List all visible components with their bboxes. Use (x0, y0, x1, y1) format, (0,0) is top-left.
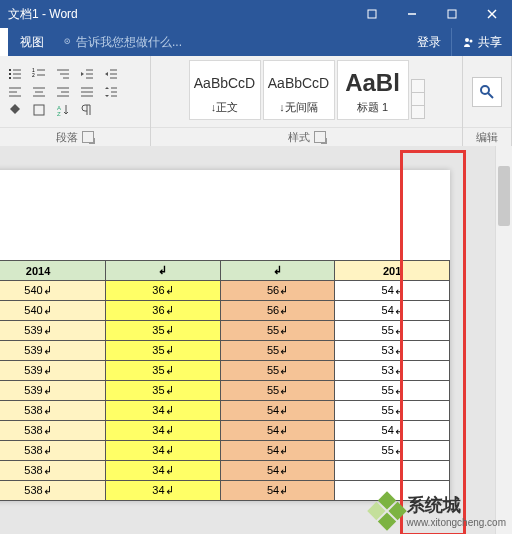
close-button[interactable] (472, 0, 512, 28)
table-cell[interactable]: 53↲ (335, 361, 450, 381)
table-cell[interactable]: 55↲ (335, 321, 450, 341)
table-cell[interactable]: 539↲ (0, 341, 106, 361)
table-cell[interactable]: 55↲ (335, 381, 450, 401)
table-row[interactable]: 540↲36↲56↲54↲ (0, 281, 450, 301)
document-area[interactable]: 2014↲↲201540↲36↲56↲54↲540↲36↲56↲54↲539↲3… (0, 146, 512, 534)
borders-icon[interactable] (30, 102, 48, 118)
svg-point-8 (470, 40, 473, 43)
table-cell[interactable]: 55↲ (335, 441, 450, 461)
table-row[interactable]: 539↲35↲55↲53↲ (0, 341, 450, 361)
styles-more-button[interactable] (411, 60, 425, 123)
table-row[interactable]: 538↲34↲54↲54↲ (0, 421, 450, 441)
dialog-launcher-icon[interactable] (82, 131, 94, 143)
table-cell[interactable]: 540↲ (0, 281, 106, 301)
table-cell[interactable]: 54↲ (335, 281, 450, 301)
table-cell[interactable]: 54↲ (220, 421, 335, 441)
table-cell[interactable]: 538↲ (0, 461, 106, 481)
minimize-button[interactable] (392, 0, 432, 28)
decrease-indent-icon[interactable] (78, 66, 96, 82)
table-cell[interactable]: 53↲ (335, 341, 450, 361)
table-cell[interactable]: 55↲ (220, 321, 335, 341)
table-cell[interactable]: 34↲ (106, 421, 221, 441)
justify-icon[interactable] (78, 84, 96, 100)
style-normal[interactable]: AaBbCcD↓正文 (189, 60, 261, 120)
table-cell[interactable]: 538↲ (0, 401, 106, 421)
table-header[interactable]: ↲ (106, 261, 221, 281)
table-cell[interactable]: 36↲ (106, 281, 221, 301)
align-center-icon[interactable] (30, 84, 48, 100)
sort-icon[interactable]: AZ (54, 102, 72, 118)
show-marks-icon[interactable] (78, 102, 96, 118)
table-header[interactable]: 2014 (0, 261, 106, 281)
increase-indent-icon[interactable] (102, 66, 120, 82)
table-cell[interactable]: 54↲ (220, 401, 335, 421)
table-row[interactable]: 538↲34↲54↲55↲ (0, 401, 450, 421)
dialog-launcher-icon[interactable] (314, 131, 326, 143)
ribbon-options-button[interactable] (352, 0, 392, 28)
svg-point-6 (66, 40, 68, 42)
table-cell[interactable]: 54↲ (220, 441, 335, 461)
table-cell[interactable]: 34↲ (106, 461, 221, 481)
tell-me[interactable]: 告诉我您想做什么... (56, 28, 190, 56)
signin-button[interactable]: 登录 (407, 28, 451, 56)
table-cell[interactable]: 34↲ (106, 481, 221, 501)
table-cell[interactable]: 34↲ (106, 441, 221, 461)
table-cell[interactable]: 54↲ (335, 421, 450, 441)
svg-line-47 (488, 93, 493, 98)
table-cell[interactable]: 539↲ (0, 321, 106, 341)
table-cell[interactable]: 539↲ (0, 381, 106, 401)
table-row[interactable]: 540↲36↲56↲54↲ (0, 301, 450, 321)
tab-view[interactable]: 视图 (8, 28, 56, 56)
table-cell[interactable]: 56↲ (220, 301, 335, 321)
table-cell[interactable]: 538↲ (0, 441, 106, 461)
shading-icon[interactable] (6, 102, 24, 118)
style-nospacing[interactable]: AaBbCcD↓无间隔 (263, 60, 335, 120)
table-cell[interactable]: 55↲ (220, 361, 335, 381)
table-cell[interactable]: 34↲ (106, 401, 221, 421)
align-left-icon[interactable] (6, 84, 24, 100)
share-button[interactable]: 共享 (451, 28, 512, 56)
table-cell[interactable]: 538↲ (0, 481, 106, 501)
scrollbar-thumb[interactable] (498, 166, 510, 226)
table-cell[interactable]: 54↲ (220, 481, 335, 501)
table-cell[interactable]: 54↲ (220, 461, 335, 481)
table-row[interactable]: 538↲34↲54↲55↲ (0, 441, 450, 461)
data-table[interactable]: 2014↲↲201540↲36↲56↲54↲540↲36↲56↲54↲539↲3… (0, 260, 450, 501)
page: 2014↲↲201540↲36↲56↲54↲540↲36↲56↲54↲539↲3… (0, 170, 450, 501)
watermark: 系统城 www.xitongcheng.com (373, 493, 507, 528)
table-cell[interactable]: 56↲ (220, 281, 335, 301)
table-cell[interactable]: 55↲ (335, 401, 450, 421)
style-heading1[interactable]: AaBl标题 1 (337, 60, 409, 120)
table-row[interactable]: 539↲35↲55↲55↲ (0, 321, 450, 341)
table-cell[interactable] (335, 461, 450, 481)
table-header[interactable]: 201 (335, 261, 450, 281)
maximize-button[interactable] (432, 0, 472, 28)
table-cell[interactable]: 35↲ (106, 321, 221, 341)
table-cell[interactable]: 36↲ (106, 301, 221, 321)
table-header[interactable]: ↲ (220, 261, 335, 281)
watermark-logo-icon (367, 491, 407, 531)
ribbon-tabs: 视图 告诉我您想做什么... 登录 共享 (0, 28, 512, 56)
align-right-icon[interactable] (54, 84, 72, 100)
table-cell[interactable]: 35↲ (106, 341, 221, 361)
table-cell[interactable]: 55↲ (220, 381, 335, 401)
multilevel-icon[interactable] (54, 66, 72, 82)
table-cell[interactable]: 540↲ (0, 301, 106, 321)
table-cell[interactable]: 538↲ (0, 421, 106, 441)
vertical-scrollbar[interactable] (495, 146, 512, 534)
svg-rect-0 (368, 10, 376, 18)
numbering-icon[interactable]: 12 (30, 66, 48, 82)
svg-rect-43 (34, 105, 44, 115)
table-cell[interactable]: 539↲ (0, 361, 106, 381)
find-icon[interactable] (472, 77, 502, 107)
line-spacing-icon[interactable] (102, 84, 120, 100)
table-row[interactable]: 539↲35↲55↲55↲ (0, 381, 450, 401)
table-cell[interactable]: 35↲ (106, 381, 221, 401)
svg-point-7 (465, 38, 469, 42)
table-row[interactable]: 538↲34↲54↲ (0, 461, 450, 481)
table-cell[interactable]: 35↲ (106, 361, 221, 381)
table-row[interactable]: 539↲35↲55↲53↲ (0, 361, 450, 381)
table-cell[interactable]: 55↲ (220, 341, 335, 361)
bullets-icon[interactable] (6, 66, 24, 82)
table-cell[interactable]: 54↲ (335, 301, 450, 321)
